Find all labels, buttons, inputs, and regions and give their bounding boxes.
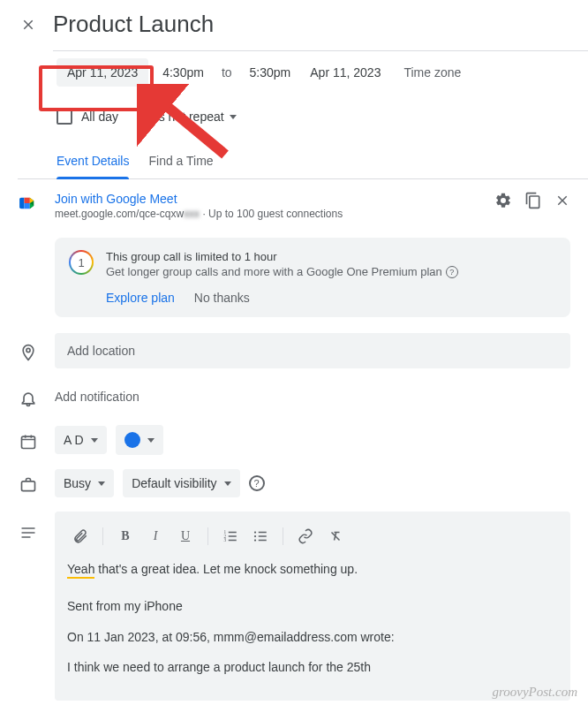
- description-icon: [18, 512, 39, 542]
- availability-dropdown[interactable]: Busy: [55, 469, 114, 497]
- calendar-owner-dropdown[interactable]: A D: [55, 426, 107, 454]
- end-time-button[interactable]: 5:30pm: [245, 58, 297, 87]
- bold-button[interactable]: B: [112, 524, 139, 549]
- chevron-down-icon: [91, 438, 98, 443]
- link-button[interactable]: [292, 524, 319, 549]
- chevron-down-icon: [224, 481, 231, 486]
- svg-rect-1: [22, 436, 35, 448]
- clear-formatting-button[interactable]: [322, 524, 349, 549]
- close-icon[interactable]: [18, 14, 39, 35]
- add-notification-button[interactable]: Add notification: [55, 383, 139, 411]
- allday-label: All day: [81, 110, 118, 124]
- to-label: to: [218, 65, 236, 80]
- bullet-list-button[interactable]: [247, 524, 274, 549]
- google-one-icon: 1: [69, 250, 94, 275]
- help-icon[interactable]: ?: [249, 475, 265, 491]
- join-meet-link[interactable]: Join with Google Meet: [55, 192, 479, 206]
- svg-rect-2: [22, 481, 35, 491]
- chevron-down-icon: [230, 115, 237, 119]
- event-color-dropdown[interactable]: [116, 425, 163, 455]
- attach-icon[interactable]: [67, 524, 94, 549]
- google-one-banner: 1 This group call is limited to 1 hour G…: [55, 238, 570, 317]
- visibility-dropdown[interactable]: Default visibility: [123, 469, 239, 497]
- help-icon[interactable]: ?: [446, 266, 458, 278]
- meet-url-text: meet.google.com/qce-cqxwxxx · Up to 100 …: [55, 208, 479, 220]
- repeat-label: Does not repeat: [136, 110, 224, 124]
- numbered-list-button[interactable]: 123: [217, 524, 244, 549]
- toolbar-divider: [102, 527, 103, 545]
- repeat-dropdown[interactable]: Does not repeat: [127, 102, 245, 131]
- description-text[interactable]: Yeah that's a great idea. Let me knock s…: [67, 559, 558, 678]
- underline-button[interactable]: U: [172, 524, 199, 549]
- location-icon: [18, 340, 39, 361]
- meet-settings-icon[interactable]: [494, 192, 512, 213]
- description-field[interactable]: B I U 123 Yeah that's a great idea. Let …: [55, 512, 570, 701]
- chevron-down-icon: [147, 438, 155, 443]
- event-title[interactable]: Product Launch: [53, 11, 570, 38]
- no-thanks-button[interactable]: No thanks: [194, 291, 250, 305]
- remove-meet-icon[interactable]: [554, 193, 570, 212]
- chevron-down-icon: [98, 481, 105, 486]
- location-input[interactable]: Add location: [55, 333, 570, 368]
- svg-point-0: [26, 348, 30, 352]
- svg-point-8: [254, 539, 256, 541]
- start-time-button[interactable]: 4:30pm: [157, 58, 209, 87]
- banner-text: Get longer group calls and more with a G…: [106, 265, 556, 278]
- banner-title: This group call is limited to 1 hour: [106, 250, 556, 263]
- color-dot: [124, 432, 140, 448]
- tab-event-details[interactable]: Event Details: [57, 154, 129, 178]
- notification-icon: [18, 386, 39, 407]
- svg-text:3: 3: [224, 537, 227, 542]
- copy-meet-icon[interactable]: [524, 192, 542, 213]
- watermark: groovyPost.com: [492, 685, 577, 700]
- svg-point-7: [254, 535, 256, 537]
- start-date-button[interactable]: Apr 11, 2023: [57, 58, 148, 87]
- timezone-button[interactable]: Time zone: [395, 65, 470, 80]
- briefcase-icon: [18, 473, 39, 494]
- calendar-icon: [18, 429, 39, 451]
- meet-icon: [18, 192, 39, 211]
- tab-find-a-time[interactable]: Find a Time: [148, 154, 213, 178]
- toolbar-divider: [283, 527, 283, 545]
- allday-checkbox[interactable]: [57, 109, 72, 125]
- italic-button[interactable]: I: [142, 524, 169, 549]
- end-date-button[interactable]: Apr 11, 2023: [305, 58, 386, 87]
- toolbar-divider: [207, 527, 208, 545]
- svg-point-6: [254, 531, 256, 533]
- explore-plan-button[interactable]: Explore plan: [106, 291, 175, 305]
